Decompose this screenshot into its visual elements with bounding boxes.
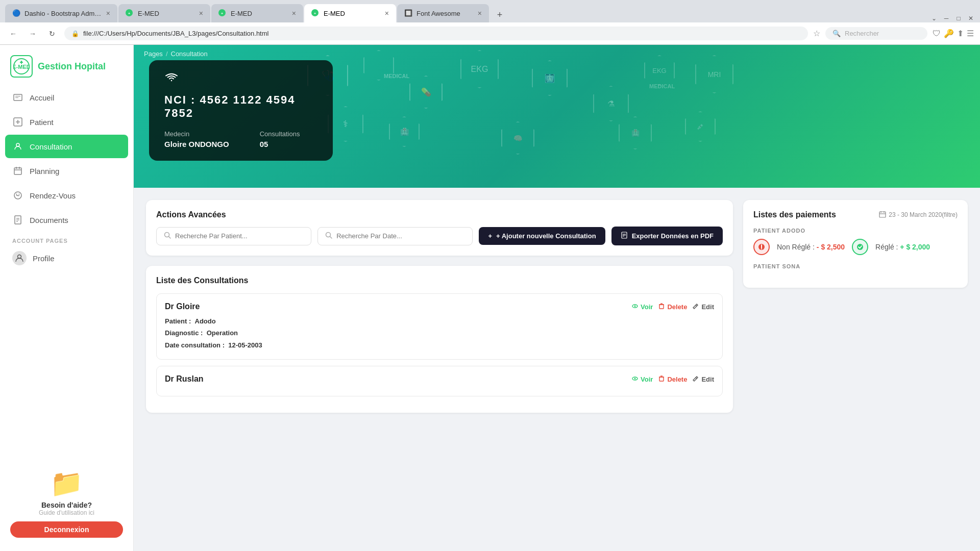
patient-adodo-section: PATIENT ADODO Non Réglé : - $ 2,500: [753, 228, 958, 255]
patient-sona-label: PATIENT SONA: [753, 263, 958, 269]
edit-icon-2: [692, 375, 699, 384]
profile-avatar-icon: [12, 251, 27, 265]
pdf-icon: [621, 232, 628, 240]
sidebar-item-patient[interactable]: Patient: [5, 110, 128, 134]
payments-date-text: 23 - 30 March 2020(filtre): [889, 211, 958, 218]
add-consultation-label: + Ajouter nouvelle Consultation: [496, 232, 596, 240]
sidebar-item-planning[interactable]: Planning: [5, 159, 128, 183]
tab-emed2[interactable]: + E-MED ×: [118, 4, 210, 22]
forward-button[interactable]: →: [26, 27, 40, 41]
help-illustration: 📁: [44, 463, 90, 499]
sidebar-item-accueil[interactable]: Accueil: [5, 86, 128, 109]
maximize-button[interactable]: □: [954, 14, 963, 22]
svg-rect-17: [14, 168, 21, 174]
voir-button-1[interactable]: Voir: [631, 303, 653, 311]
card-nci-label: NCI :: [164, 93, 195, 106]
lock-icon: 🔒: [71, 30, 79, 37]
actions-row: + + Ajouter nouvelle Consultation Export…: [156, 227, 723, 245]
svg-text:E-MED: E-MED: [13, 64, 30, 70]
hero-banner: 🩺 ⚕ 💊 EKG 🏥 🩻 🧠 ⚗ EKG 🏥 MRI 💉 MEDICAL ME…: [134, 45, 980, 188]
voir-button-2[interactable]: Voir: [631, 375, 653, 384]
accueil-icon: [12, 92, 23, 103]
regle-badge-adodo: [852, 239, 868, 255]
bookmark-icon[interactable]: ☆: [813, 29, 820, 38]
right-column: Listes des paiements 23 - 30 March 2020(…: [743, 200, 968, 539]
add-consultation-button[interactable]: + + Ajouter nouvelle Consultation: [479, 227, 605, 245]
tab-title-dashio: Dashio - Bootstrap Admin Tem...: [24, 10, 102, 17]
back-button[interactable]: ←: [6, 27, 20, 41]
search-date-wrap[interactable]: [317, 227, 473, 245]
window-controls: ⌄ ─ □ ✕: [930, 14, 980, 22]
content-area: Actions Avancées: [134, 188, 980, 551]
svg-line-48: [696, 378, 697, 379]
tab-close-dashio[interactable]: ×: [106, 9, 110, 17]
extensions-area: 🛡 🔑 ⬆ ☰: [933, 29, 974, 38]
documents-icon: [12, 214, 23, 226]
svg-point-22: [16, 194, 17, 195]
card-nci-number: NCI : 4562 1122 4594 7852: [164, 93, 317, 120]
svg-text:+: +: [128, 12, 130, 15]
card-consultations-section: Consultations 05: [260, 130, 300, 148]
tab-emed4-active[interactable]: + E-MED ×: [304, 4, 396, 22]
tab-dashio[interactable]: 🔵 Dashio - Bootstrap Admin Tem... ×: [5, 4, 117, 22]
doctor-name-2: Dr Ruslan: [165, 374, 204, 384]
close-button[interactable]: ✕: [967, 14, 975, 22]
delete-button-1[interactable]: Delete: [658, 303, 687, 311]
planning-icon: [12, 165, 23, 177]
sidebar-item-consultation[interactable]: Consultation: [5, 135, 128, 158]
breadcrumb-current: Consultation: [171, 50, 208, 58]
tab-title-emed3: E-MED: [231, 10, 288, 17]
tab-close-emed2[interactable]: ×: [199, 9, 203, 17]
tab-close-emed4[interactable]: ×: [385, 9, 389, 17]
sidebar-item-profile[interactable]: Profile: [5, 246, 128, 270]
tab-new-button[interactable]: +: [492, 7, 507, 22]
browser-search[interactable]: 🔍 Rechercher: [825, 27, 927, 40]
patient-icon: [12, 116, 23, 128]
search-patient-icon: [164, 232, 171, 241]
tab-overflow-button[interactable]: ⌄: [930, 14, 938, 22]
logo-icon: E-MED: [10, 55, 33, 78]
svg-point-55: [761, 248, 762, 249]
card-medecin-section: Medecin Gloire ONDONGO: [164, 130, 229, 148]
search-patient-wrap[interactable]: [156, 227, 311, 245]
export-pdf-button[interactable]: Exporter Données en PDF: [611, 227, 723, 245]
search-date-input[interactable]: [336, 232, 465, 240]
delete-button-2[interactable]: Delete: [658, 375, 687, 384]
rendezvous-icon: [12, 190, 23, 201]
menu-icon[interactable]: ☰: [967, 29, 974, 38]
sidebar-item-rendezvous[interactable]: Rendez-Vous: [5, 184, 128, 207]
tab-close-fontawesome[interactable]: ×: [478, 9, 482, 17]
regle-text-adodo: Réglé : + $ 2,000: [875, 243, 930, 251]
url-text: file:///C:/Users/Hp/Documents/JBA_L3/pag…: [83, 30, 268, 37]
breadcrumb-pages[interactable]: Pages: [144, 50, 163, 58]
calendar-icon: [879, 211, 886, 219]
app-body: E-MED Gestion Hopital Accueil Patient: [0, 45, 980, 551]
patient-adodo-label: PATIENT ADODO: [753, 228, 958, 234]
non-regle-text-adodo: Non Réglé : - $ 2,500: [777, 243, 845, 251]
tab-emed3[interactable]: + E-MED ×: [211, 4, 303, 22]
card-medecin-label: Medecin: [164, 130, 229, 138]
tab-fontawesome[interactable]: 🔲 Font Awesome ×: [397, 4, 489, 22]
tab-favicon-fontawesome: 🔲: [404, 9, 412, 17]
add-icon: +: [488, 232, 492, 240]
tab-title-emed2: E-MED: [138, 10, 195, 17]
sidebar-logo-text: Gestion Hopital: [38, 61, 106, 72]
edit-button-1[interactable]: Edit: [692, 303, 714, 311]
refresh-button[interactable]: ↻: [45, 27, 59, 41]
patient-label: Patient: [30, 118, 54, 127]
edit-icon-1: [692, 303, 699, 311]
edit-button-2[interactable]: Edit: [692, 375, 714, 384]
eye-icon: [631, 303, 639, 311]
consultation-label: Consultation: [30, 142, 72, 151]
search-patient-input[interactable]: [175, 232, 304, 240]
svg-rect-9: [21, 61, 22, 64]
profile-label: Profile: [33, 254, 55, 263]
consultation-item-2: Dr Ruslan Voir: [156, 366, 723, 396]
minimize-button[interactable]: ─: [942, 14, 950, 22]
sidebar-item-documents[interactable]: Documents: [5, 208, 128, 232]
logout-button[interactable]: Deconnexion: [10, 521, 123, 538]
list-title: Liste des Consultations: [156, 276, 723, 285]
url-bar[interactable]: 🔒 file:///C:/Users/Hp/Documents/JBA_L3/p…: [64, 27, 808, 40]
payments-header: Listes des paiements 23 - 30 March 2020(…: [753, 210, 958, 219]
tab-close-emed3[interactable]: ×: [292, 9, 296, 17]
